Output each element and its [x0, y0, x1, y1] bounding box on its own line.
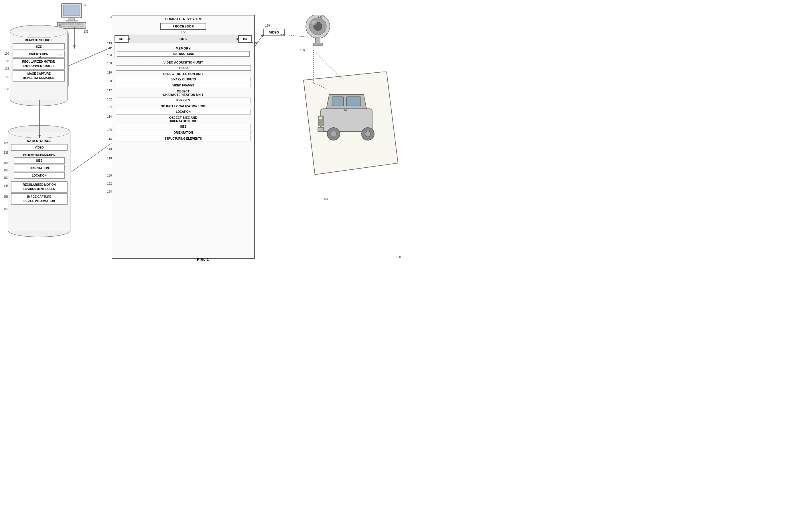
ref-164: 164 — [107, 190, 112, 193]
svg-text:LOCATION: LOCATION — [32, 174, 46, 177]
obj-char-label: OBJECTCHARACTERIZATION UNIT — [115, 89, 252, 97]
vehicle-area — [292, 72, 401, 207]
bus-label: ◄ BUS ► — [128, 35, 238, 43]
svg-rect-8 — [66, 24, 67, 25]
ref-138-video: 138 — [107, 79, 112, 83]
svg-text:VIDEO: VIDEO — [35, 146, 44, 149]
ref-144: 144 — [107, 105, 112, 108]
svg-rect-79 — [319, 117, 322, 119]
ref-112: 112 — [107, 89, 112, 92]
svg-text:ORIENTATION: ORIENTATION — [29, 53, 48, 56]
size-row: SIZE — [116, 124, 251, 129]
svg-text:IMAGE CAPTURE: IMAGE CAPTURE — [27, 195, 51, 198]
svg-text:DEVICE INFORMATION: DEVICE INFORMATION — [23, 76, 54, 79]
ref-ds-size: 150 — [4, 169, 9, 172]
ref-114: 114 — [107, 115, 112, 118]
ref-120: 120 — [252, 42, 257, 45]
svg-text:IMAGE CAPTURE: IMAGE CAPTURE — [27, 72, 51, 75]
ref-150: 150 — [107, 174, 112, 177]
svg-rect-13 — [77, 24, 79, 25]
obj-local-section: OBJECT LOCALIZATION UNIT LOCATION — [115, 104, 252, 115]
obj-detect-section: OBJECT DETECTION UNIT BINARY OUTPUTS VID… — [115, 72, 252, 88]
ref-128: 128 — [4, 141, 9, 145]
ref-remote-regmotion: 156 — [4, 76, 9, 79]
data-storage-db: DATA STORAGE VIDEO OBJECT INFORMATION SI… — [7, 125, 72, 247]
svg-rect-69 — [321, 109, 372, 132]
svg-point-76 — [365, 131, 371, 137]
orientation-row: ORIENTATION — [116, 130, 251, 135]
video-acq-row: VIDEO — [116, 65, 251, 71]
video-acq-label: VIDEO ACQUISITION UNIT — [115, 60, 252, 65]
computer-system-box: COMPUTER SYSTEM PROCESSOR 122 I/O ◄ BUS … — [112, 15, 255, 259]
ref-ds-video: 138 — [4, 151, 9, 154]
svg-rect-7 — [63, 24, 65, 25]
ref-119: 119 — [107, 42, 112, 45]
ref-ds-orient: 152 — [4, 176, 9, 179]
ref-remote-size: 150 — [4, 60, 9, 63]
ref-141: 141 — [323, 197, 329, 201]
svg-rect-77 — [318, 127, 323, 132]
video-frames-row: VIDEO FRAMES — [116, 83, 251, 88]
svg-rect-3 — [66, 20, 77, 21]
struct-elements-row: STRUCTURING ELEMENTS — [116, 136, 251, 141]
svg-text:ENVIRONMENT RULES: ENVIRONMENT RULES — [24, 188, 55, 191]
ref-106: 106 — [107, 54, 112, 57]
fig-label: FIG. 1 — [197, 257, 209, 262]
ref-132: 132 — [84, 30, 88, 33]
obj-local-label: OBJECT LOCALIZATION UNIT — [115, 104, 252, 108]
ref-110: 110 — [107, 71, 112, 74]
obj-size-label: OBJECT SIZE ANDORIENTATION UNIT — [115, 115, 252, 123]
svg-rect-6 — [61, 24, 63, 25]
ref-ds-regmotion: 156 — [4, 195, 9, 198]
obj-detect-label: OBJECT DETECTION UNIT — [115, 72, 252, 76]
svg-text:DATA STORAGE: DATA STORAGE — [27, 139, 52, 143]
cs-title: COMPUTER SYSTEM — [112, 15, 254, 22]
ref-104: 104 — [107, 15, 112, 19]
ref-remote-imgcap: 158 — [4, 88, 9, 91]
camera-svg — [301, 15, 335, 53]
ref-remote-orient: 152 — [4, 67, 9, 70]
svg-text:REMOTE SOURCE: REMOTE SOURCE — [25, 38, 53, 42]
svg-rect-72 — [346, 97, 361, 106]
remote-source-db: REMOTE SOURCE SIZE ORIENTATION REGULARIZ… — [9, 25, 69, 115]
svg-text:REGULARIZED MOTION: REGULARIZED MOTION — [22, 60, 55, 63]
svg-text:ORIENTATION: ORIENTATION — [29, 166, 49, 170]
obj-size-section: OBJECT SIZE ANDORIENTATION UNIT SIZE ORI… — [115, 115, 252, 141]
ref-ds-objinfo: 154 — [4, 161, 9, 164]
svg-line-82 — [69, 47, 112, 66]
ref-136: 136 — [300, 49, 305, 52]
svg-rect-12 — [75, 24, 76, 25]
binary-outputs-row: BINARY OUTPUTS — [116, 77, 251, 82]
svg-rect-66 — [313, 43, 322, 46]
video-box-top: VIDEO — [263, 29, 285, 36]
video-acq-section: VIDEO ACQUISITION UNIT VIDEO — [115, 60, 252, 71]
ref-ds-imgcap: 158 — [4, 208, 9, 211]
bus-row: I/O ◄ BUS ► I/O — [115, 35, 252, 43]
svg-line-92 — [72, 143, 112, 172]
location-row: LOCATION — [116, 109, 251, 115]
svg-text:ENVIRONMENT RULES: ENVIRONMENT RULES — [23, 64, 55, 68]
ref-processor-122: 122 — [112, 30, 254, 33]
ref-148: 148 — [107, 148, 112, 151]
svg-rect-21 — [80, 26, 82, 27]
kernels-row: KERNELS — [116, 98, 251, 103]
svg-rect-65 — [316, 38, 320, 44]
svg-rect-9 — [68, 24, 70, 25]
memory-label: MEMORY — [116, 46, 251, 51]
svg-rect-22 — [82, 26, 84, 27]
ref-118: 118 — [107, 157, 112, 160]
svg-text:DEVICE INFORMATION: DEVICE INFORMATION — [24, 200, 55, 203]
ref-ds-location: 148 — [4, 184, 9, 188]
ref-116: 116 — [107, 137, 112, 141]
svg-rect-71 — [332, 97, 344, 106]
ref-142: 142 — [107, 98, 112, 101]
ref-108: 108 — [107, 62, 112, 65]
svg-rect-15 — [82, 24, 83, 25]
svg-text:SIZE: SIZE — [35, 45, 42, 48]
ref-140: 140 — [344, 109, 348, 112]
ref-152: 152 — [107, 182, 112, 185]
svg-text:SIZE: SIZE — [36, 159, 43, 162]
ref-146: 146 — [107, 128, 112, 131]
svg-text:REGULARIZED MOTION: REGULARIZED MOTION — [23, 183, 56, 186]
memory-section: MEMORY INSTRUCTIONS — [115, 45, 252, 58]
